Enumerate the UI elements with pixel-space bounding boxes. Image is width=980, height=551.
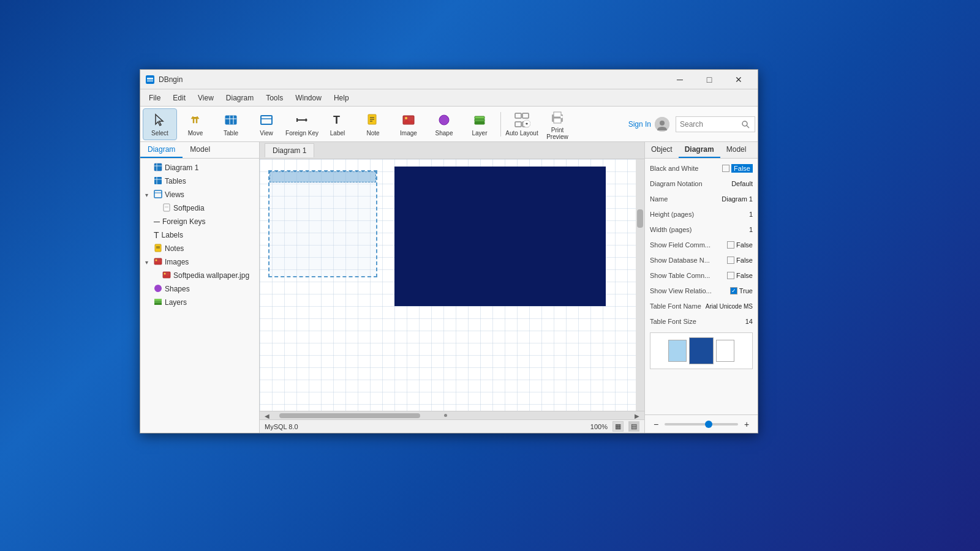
auto-layout-button[interactable]: Auto Layout xyxy=(505,108,539,140)
db-label: MySQL 8.0 xyxy=(265,423,298,430)
tree-label-images: Images xyxy=(165,258,189,266)
table-tool-button[interactable]: Table xyxy=(214,108,248,140)
chevron-views: ▾ xyxy=(145,192,151,198)
tree-item-notes[interactable]: Notes xyxy=(140,242,259,255)
shape-tool-button[interactable]: Shape xyxy=(427,108,461,140)
labels-icon: T xyxy=(154,230,159,240)
prop-row-view-relatio: Show View Relatio... ✓ True xyxy=(650,285,753,297)
chevron-images: ▾ xyxy=(145,259,151,266)
close-button[interactable]: ✕ xyxy=(725,70,753,89)
tab-model[interactable]: Model xyxy=(183,142,217,158)
prop-label-name: Name xyxy=(650,195,722,203)
zoom-thumb xyxy=(705,421,712,428)
prop-row-bw: Black and White False xyxy=(650,162,753,174)
view-tool-button[interactable]: View xyxy=(249,108,284,140)
maximize-button[interactable]: □ xyxy=(695,70,723,89)
color-swatch-light[interactable] xyxy=(668,340,687,362)
menu-edit[interactable]: Edit xyxy=(167,91,192,105)
props-tab-model[interactable]: Model xyxy=(720,142,753,158)
zoom-out-button[interactable]: − xyxy=(650,418,662,430)
svg-point-58 xyxy=(164,272,166,274)
tree-item-layers[interactable]: Layers xyxy=(140,296,259,309)
tree-item-labels[interactable]: T Labels xyxy=(140,228,259,242)
tree-item-diagram1[interactable]: Diagram 1 xyxy=(140,161,259,174)
label-tool-button[interactable]: T Label xyxy=(320,108,355,140)
foreign-key-label: Foreign Key xyxy=(285,130,318,137)
props-tab-diagram[interactable]: Diagram xyxy=(679,142,720,158)
menu-view[interactable]: View xyxy=(192,91,220,105)
auto-layout-icon xyxy=(513,111,530,129)
label-icon: T xyxy=(329,111,346,129)
canvas-content[interactable] xyxy=(260,159,644,411)
minimize-button[interactable]: ─ xyxy=(666,70,694,89)
layer-tool-button[interactable]: Layer xyxy=(462,108,497,140)
print-preview-button[interactable]: Print Preview xyxy=(540,108,575,140)
prop-label-view-relatio: Show View Relatio... xyxy=(650,287,730,294)
views-icon xyxy=(154,190,162,200)
menu-help[interactable]: Help xyxy=(328,91,355,105)
prop-checkbox-bw[interactable] xyxy=(722,165,729,172)
tree-item-shapes[interactable]: Shapes xyxy=(140,282,259,296)
scroll-left-arrow[interactable]: ◀ xyxy=(265,413,270,419)
table-icon xyxy=(222,111,239,129)
tree-label-notes: Notes xyxy=(165,244,184,253)
prop-label-db-name: Show Database N... xyxy=(650,257,727,264)
prop-label-font-size: Table Font Size xyxy=(650,318,745,325)
signin-button[interactable]: Sign In xyxy=(628,120,651,129)
color-swatch-white[interactable] xyxy=(716,340,734,362)
prop-checkbox-db-name[interactable] xyxy=(727,257,734,264)
menu-diagram[interactable]: Diagram xyxy=(220,91,260,105)
prop-label-font-name: Table Font Name xyxy=(650,302,706,310)
tree-item-images[interactable]: ▾ Images xyxy=(140,255,259,269)
table-label: Table xyxy=(224,130,238,137)
h-scroll-thumb[interactable] xyxy=(279,413,420,418)
grid-toggle-1[interactable]: ▦ xyxy=(612,421,624,432)
move-tool-button[interactable]: Move xyxy=(178,108,213,140)
menu-window[interactable]: Window xyxy=(289,91,328,105)
color-swatch-dark[interactable] xyxy=(689,337,714,364)
tab-diagram[interactable]: Diagram xyxy=(140,142,183,158)
v-scrollbar[interactable] xyxy=(636,159,644,411)
tree-item-views[interactable]: ▾ Views xyxy=(140,188,259,201)
select-tool-button[interactable]: Select xyxy=(143,108,177,140)
move-icon xyxy=(187,111,204,129)
tree-item-softpedia[interactable]: Softpedia xyxy=(140,201,259,215)
prop-checkbox-table-comn[interactable] xyxy=(727,272,734,279)
grid-toggle-2[interactable]: ▤ xyxy=(628,421,639,432)
svg-rect-28 xyxy=(522,113,529,118)
search-input[interactable] xyxy=(680,120,741,129)
zoom-slider[interactable] xyxy=(665,423,738,425)
note-tool-button[interactable]: Note xyxy=(356,108,390,140)
prop-row-name: Name Diagram 1 xyxy=(650,193,753,205)
foreign-key-tool-button[interactable]: Foreign Key xyxy=(285,108,319,140)
title-bar: DBngin ─ □ ✕ xyxy=(140,70,758,89)
prop-row-font-size: Table Font Size 14 xyxy=(650,315,753,328)
prop-checkbox-view-relatio[interactable]: ✓ xyxy=(730,287,737,294)
zoom-percent: 100% xyxy=(590,423,608,430)
svg-text:T: T xyxy=(333,114,340,126)
notes-icon xyxy=(154,244,162,254)
prop-value-notation: Default xyxy=(731,180,753,187)
menu-file[interactable]: File xyxy=(143,91,167,105)
tree-item-foreign-keys[interactable]: ─ Foreign Keys xyxy=(140,215,259,228)
svg-rect-5 xyxy=(225,116,236,124)
zoom-bar: − + xyxy=(645,414,758,433)
svg-rect-33 xyxy=(554,112,561,117)
print-preview-label: Print Preview xyxy=(540,127,575,140)
canvas-tab-diagram1[interactable]: Diagram 1 xyxy=(265,143,314,157)
menu-tools[interactable]: Tools xyxy=(260,91,289,105)
prop-checkbox-field-comm[interactable] xyxy=(727,241,734,249)
svg-rect-27 xyxy=(515,113,521,118)
zoom-in-button[interactable]: + xyxy=(741,418,753,430)
tree-item-tables[interactable]: Tables xyxy=(140,174,259,188)
svg-point-38 xyxy=(742,121,747,126)
props-tab-object[interactable]: Object xyxy=(645,142,679,158)
tree-item-softpedia-wallpaper[interactable]: Softpedia wallpaper.jpg xyxy=(140,269,259,282)
scroll-right-arrow[interactable]: ▶ xyxy=(635,413,639,419)
svg-line-39 xyxy=(747,126,749,128)
image-tool-button[interactable]: Image xyxy=(391,108,426,140)
app-icon xyxy=(145,75,155,84)
prop-label-table-comn: Show Table Comn... xyxy=(650,272,727,279)
main-area: Diagram Model Diagram 1 Tables xyxy=(140,142,758,433)
prop-label-width: Width (pages) xyxy=(650,226,749,233)
